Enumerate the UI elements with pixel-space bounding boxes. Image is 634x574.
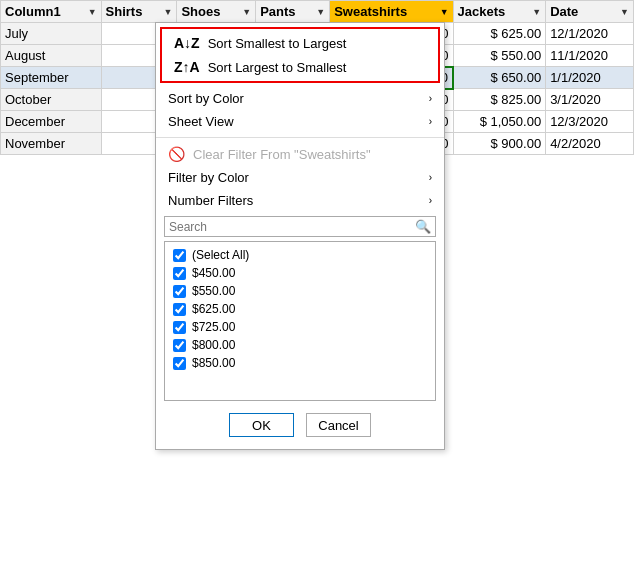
cell-date-november: 4/2/2020	[546, 133, 634, 155]
cell-date-july: 12/1/2020	[546, 23, 634, 45]
sort-by-color-item[interactable]: Sort by Color ›	[156, 87, 444, 110]
cell-date-august: 11/1/2020	[546, 45, 634, 67]
checkbox-625-input[interactable]	[173, 303, 186, 316]
ok-cancel-row: OK Cancel	[156, 405, 444, 441]
sweatshirts-dropdown-arrow[interactable]: ▼	[440, 7, 449, 17]
cell-jackets-november: $ 900.00	[453, 133, 546, 155]
cell-date-december: 12/3/2020	[546, 111, 634, 133]
checkbox-850[interactable]: $850.00	[165, 354, 435, 372]
pants-dropdown-arrow[interactable]: ▼	[316, 7, 325, 17]
sort-az-icon: A↓Z	[174, 35, 200, 51]
col-header-pants[interactable]: Pants ▼	[256, 1, 330, 23]
cell-jackets-september: $ 650.00	[453, 67, 546, 89]
sort-largest-to-smallest[interactable]: Z↑A Sort Largest to Smallest	[162, 55, 438, 79]
search-box[interactable]: 🔍	[164, 216, 436, 237]
col-header-jackets[interactable]: Jackets ▼	[453, 1, 546, 23]
cell-date-september: 1/1/2020	[546, 67, 634, 89]
col-header-col1[interactable]: Column1 ▼	[1, 1, 102, 23]
checkbox-select-all[interactable]: (Select All)	[165, 246, 435, 264]
sheet-view-chevron: ›	[429, 116, 432, 127]
cancel-button[interactable]: Cancel	[306, 413, 371, 437]
cell-jackets-july: $ 625.00	[453, 23, 546, 45]
sort-by-color-chevron: ›	[429, 93, 432, 104]
cell-col1-december: December	[1, 111, 102, 133]
clear-filter-icon: 🚫	[168, 146, 185, 162]
checkbox-850-label: $850.00	[192, 356, 235, 370]
jackets-dropdown-arrow[interactable]: ▼	[532, 7, 541, 17]
checkbox-625-label: $625.00	[192, 302, 235, 316]
checkbox-725[interactable]: $725.00	[165, 318, 435, 336]
cell-date-october: 3/1/2020	[546, 89, 634, 111]
number-filters-item[interactable]: Number Filters ›	[156, 189, 444, 212]
col1-dropdown-arrow[interactable]: ▼	[88, 7, 97, 17]
clear-filter-item: 🚫 Clear Filter From "Sweatshirts"	[156, 142, 444, 166]
cell-col1-july: July	[1, 23, 102, 45]
cell-jackets-october: $ 825.00	[453, 89, 546, 111]
checkbox-800[interactable]: $800.00	[165, 336, 435, 354]
search-input[interactable]	[169, 220, 415, 234]
checkbox-450-label: $450.00	[192, 266, 235, 280]
checkbox-850-input[interactable]	[173, 357, 186, 370]
col-header-date[interactable]: Date ▼	[546, 1, 634, 23]
sheet-view-item[interactable]: Sheet View ›	[156, 110, 444, 133]
filter-by-color-chevron: ›	[429, 172, 432, 183]
sort-smallest-to-largest[interactable]: A↓Z Sort Smallest to Largest	[162, 31, 438, 55]
number-filters-chevron: ›	[429, 195, 432, 206]
checkbox-select-all-label: (Select All)	[192, 248, 249, 262]
sort-section: A↓Z Sort Smallest to Largest Z↑A Sort La…	[160, 27, 440, 83]
checkbox-800-input[interactable]	[173, 339, 186, 352]
checkbox-select-all-input[interactable]	[173, 249, 186, 262]
filter-by-color-item[interactable]: Filter by Color ›	[156, 166, 444, 189]
cell-col1-august: August	[1, 45, 102, 67]
checkbox-550[interactable]: $550.00	[165, 282, 435, 300]
sort-za-icon: Z↑A	[174, 59, 200, 75]
ok-button[interactable]: OK	[229, 413, 294, 437]
cell-col1-october: October	[1, 89, 102, 111]
cell-col1-september: September	[1, 67, 102, 89]
cell-jackets-august: $ 550.00	[453, 45, 546, 67]
checkbox-725-label: $725.00	[192, 320, 235, 334]
checkbox-450-input[interactable]	[173, 267, 186, 280]
col-header-shoes[interactable]: Shoes ▼	[177, 1, 256, 23]
cell-jackets-december: $ 1,050.00	[453, 111, 546, 133]
cell-col1-november: November	[1, 133, 102, 155]
shoes-dropdown-arrow[interactable]: ▼	[242, 7, 251, 17]
checkbox-625[interactable]: $625.00	[165, 300, 435, 318]
divider-1	[156, 137, 444, 138]
checkbox-list: (Select All) $450.00 $550.00 $625.00 $72…	[164, 241, 436, 401]
col-header-sweatshirts[interactable]: Sweatshirts ▼	[330, 1, 453, 23]
checkbox-450[interactable]: $450.00	[165, 264, 435, 282]
checkbox-550-label: $550.00	[192, 284, 235, 298]
checkbox-725-input[interactable]	[173, 321, 186, 334]
date-dropdown-arrow[interactable]: ▼	[620, 7, 629, 17]
search-icon: 🔍	[415, 219, 431, 234]
filter-dropdown: A↓Z Sort Smallest to Largest Z↑A Sort La…	[155, 22, 445, 450]
checkbox-800-label: $800.00	[192, 338, 235, 352]
shirts-dropdown-arrow[interactable]: ▼	[164, 7, 173, 17]
checkbox-550-input[interactable]	[173, 285, 186, 298]
col-header-shirts[interactable]: Shirts ▼	[101, 1, 177, 23]
